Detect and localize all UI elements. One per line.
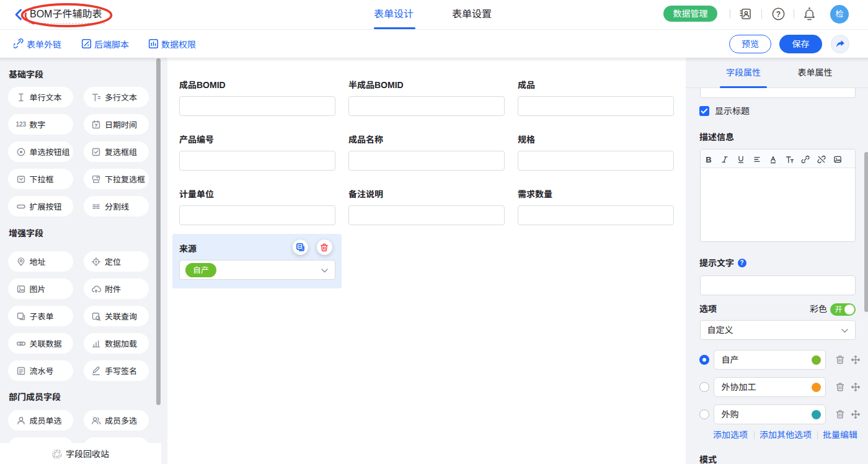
- svg-text:?: ?: [776, 10, 781, 19]
- svg-text:B: B: [706, 154, 711, 164]
